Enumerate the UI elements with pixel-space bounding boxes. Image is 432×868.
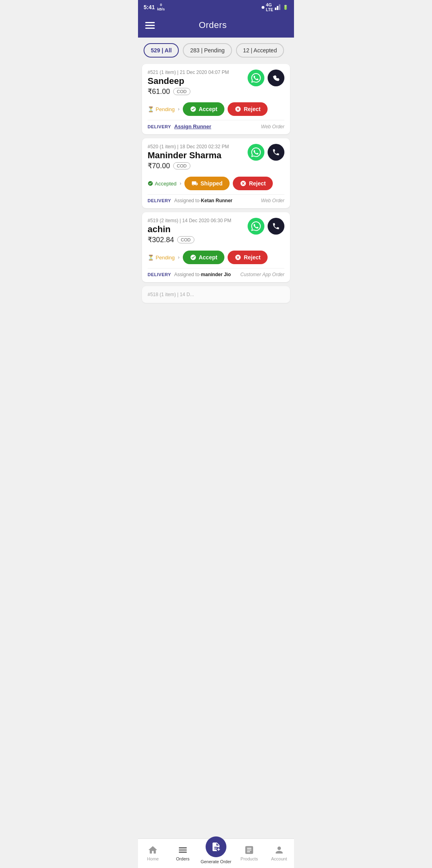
order-519-call-btn[interactable]	[268, 218, 284, 235]
nav-orders-label: Orders	[176, 856, 190, 861]
order-519-delivery-left: DELIVERY Assigned to-maninder Jio	[148, 272, 231, 277]
order-partial-meta: #518 (1 item) | 14 D...	[148, 292, 284, 297]
nav-products-label: Products	[240, 856, 258, 861]
order-520-reject-btn[interactable]: Reject	[233, 177, 273, 190]
order-520-price-row: ₹70.00 COD	[148, 161, 229, 170]
chevron-right-icon: ›	[178, 106, 180, 112]
order-521-call-btn[interactable]	[268, 70, 284, 86]
nav-home[interactable]: Home	[141, 845, 165, 861]
order-521-delivery-left: DELIVERY Assign Runner	[148, 123, 211, 129]
order-520-header: #520 (1 item) | 18 Dec 2020 02:32 PM Man…	[148, 144, 284, 175]
order-519-delivery-label: DELIVERY	[148, 272, 171, 277]
bottom-nav: Home Orders Generate Order Products Acco…	[138, 838, 294, 868]
order-520-whatsapp-btn[interactable]	[248, 144, 264, 161]
order-card-519: #519 (2 items) | 14 Dec 2020 06:30 PM ac…	[142, 212, 290, 282]
nav-orders[interactable]: Orders	[171, 845, 195, 861]
order-520-delivery: DELIVERY Assigned to-Ketan Runner Web Or…	[148, 194, 284, 203]
order-519-header: #519 (2 items) | 14 Dec 2020 06:30 PM ac…	[148, 218, 284, 249]
network-label: 4GLTE	[266, 2, 273, 12]
network-dot-icon	[262, 6, 264, 9]
filter-tabs: 529 | All 283 | Pending 12 | Accepted	[138, 38, 294, 62]
order-520-status: Accepted	[148, 181, 176, 187]
status-bar: 5:41 0 kB/s 4GLTE 🔋	[138, 0, 294, 14]
order-520-meta: #520 (1 item) | 18 Dec 2020 02:32 PM	[148, 144, 229, 149]
filter-tab-all[interactable]: 529 | All	[144, 43, 179, 58]
hourglass-icon: ⏳	[148, 106, 154, 112]
status-right-icons: 4GLTE 🔋	[262, 2, 288, 12]
order-520-assigned: Assigned to-Ketan Runner	[174, 198, 232, 203]
order-520-delivery-label: DELIVERY	[148, 198, 171, 203]
order-520-shipped-btn[interactable]: Shipped	[184, 177, 230, 190]
svg-marker-1	[277, 6, 278, 10]
order-521-price-row: ₹61.00 COD	[148, 87, 229, 96]
chevron-right-icon-3: ›	[178, 255, 180, 260]
order-519-price: ₹302.84	[148, 235, 174, 244]
nav-account[interactable]: Account	[267, 845, 291, 861]
order-519-delivery: DELIVERY Assigned to-maninder Jio Custom…	[148, 268, 284, 277]
order-519-assigned: Assigned to-maninder Jio	[174, 272, 231, 277]
order-519-meta: #519 (2 items) | 14 Dec 2020 06:30 PM	[148, 218, 231, 223]
order-519-price-row: ₹302.84 COD	[148, 235, 231, 244]
filter-tab-pending[interactable]: 283 | Pending	[183, 43, 232, 58]
nav-account-label: Account	[271, 856, 287, 861]
order-519-contact-icons	[248, 218, 284, 235]
order-521-cod: COD	[173, 88, 190, 95]
order-521-price: ₹61.00	[148, 87, 170, 96]
order-520-actions: Accepted › Shipped Reject	[148, 177, 284, 190]
order-521-accept-btn[interactable]: Accept	[183, 102, 225, 116]
order-520-contact-icons	[248, 144, 284, 161]
order-521-reject-btn[interactable]: Reject	[228, 102, 268, 116]
order-519-cod: COD	[177, 236, 194, 243]
order-partial-card: #518 (1 item) | 14 D...	[142, 286, 290, 303]
order-521-header: #521 (1 item) | 21 Dec 2020 04:07 PM San…	[148, 70, 284, 101]
svg-marker-0	[275, 8, 276, 10]
header: Orders	[138, 14, 294, 38]
orders-list: #521 (1 item) | 21 Dec 2020 04:07 PM San…	[138, 62, 294, 335]
order-521-assign-runner-btn[interactable]: Assign Runner	[174, 123, 211, 129]
order-521-order-type: Web Order	[261, 124, 284, 129]
order-520-runner-name: Ketan Runner	[201, 198, 232, 203]
status-time: 5:41	[144, 4, 155, 10]
order-520-name: Maninder Sharma	[148, 150, 229, 161]
order-521-name: Sandeep	[148, 76, 229, 86]
order-521-meta: #521 (1 item) | 21 Dec 2020 04:07 PM	[148, 70, 229, 75]
order-521-actions: ⏳ Pending › Accept Reject	[148, 102, 284, 116]
filter-tab-accepted[interactable]: 12 | Accepted	[236, 43, 284, 58]
order-520-call-btn[interactable]	[268, 144, 284, 161]
signal-icon	[275, 4, 281, 10]
order-519-reject-btn[interactable]: Reject	[228, 251, 268, 264]
order-520-order-type: Web Order	[261, 198, 284, 203]
order-521-contact-icons	[248, 70, 284, 86]
svg-marker-2	[279, 4, 280, 10]
order-521-delivery-label: DELIVERY	[148, 124, 171, 129]
chevron-right-icon-2: ›	[180, 181, 181, 186]
order-521-delivery: DELIVERY Assign Runner Web Order	[148, 120, 284, 129]
hourglass-icon-2: ⏳	[148, 255, 154, 261]
order-519-name: achin	[148, 224, 231, 235]
nav-generate-order[interactable]: Generate Order	[200, 842, 231, 864]
order-card-520: #520 (1 item) | 18 Dec 2020 02:32 PM Man…	[142, 138, 290, 208]
hamburger-menu[interactable]	[145, 22, 155, 29]
nav-generate-label: Generate Order	[200, 859, 231, 864]
order-520-price: ₹70.00	[148, 161, 170, 170]
order-519-runner-name: maninder Jio	[201, 272, 231, 277]
nav-products[interactable]: Products	[237, 845, 261, 861]
data-speed: 0 kB/s	[157, 3, 165, 12]
generate-order-circle[interactable]	[206, 836, 226, 857]
order-520-delivery-left: DELIVERY Assigned to-Ketan Runner	[148, 198, 232, 203]
order-519-whatsapp-btn[interactable]	[248, 218, 264, 235]
order-519-status: ⏳ Pending	[148, 255, 175, 261]
order-519-order-type: Customer App Order	[240, 272, 284, 277]
order-520-cod: COD	[173, 162, 190, 169]
order-521-status: ⏳ Pending	[148, 106, 175, 112]
nav-home-label: Home	[147, 856, 159, 861]
page-title: Orders	[161, 20, 264, 30]
order-519-accept-btn[interactable]: Accept	[183, 251, 225, 264]
battery-icon: 🔋	[283, 5, 288, 10]
order-521-whatsapp-btn[interactable]	[248, 70, 264, 86]
order-card-521: #521 (1 item) | 21 Dec 2020 04:07 PM San…	[142, 64, 290, 134]
order-519-actions: ⏳ Pending › Accept Reject	[148, 251, 284, 264]
